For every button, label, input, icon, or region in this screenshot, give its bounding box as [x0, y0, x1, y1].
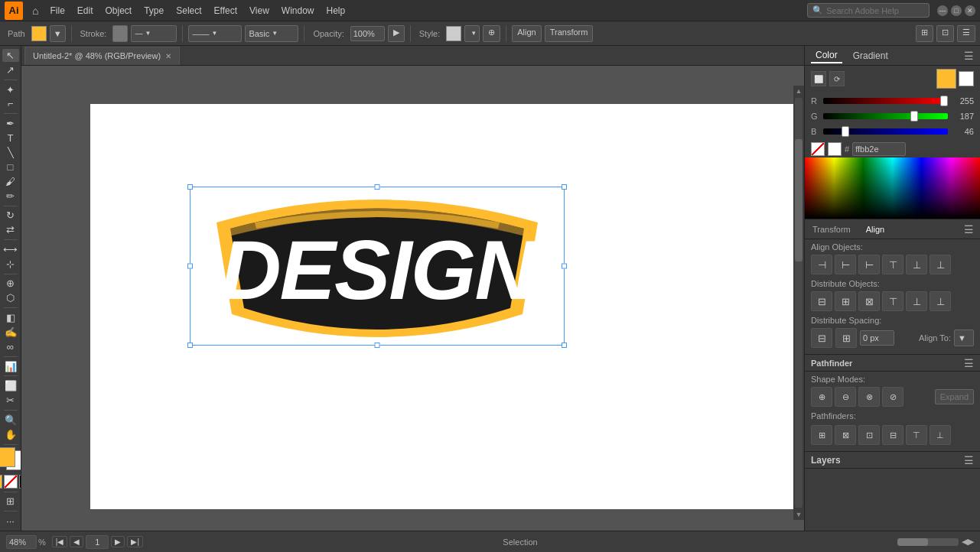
menu-window[interactable]: Window	[276, 3, 320, 18]
workspace-btn[interactable]: ⊡	[936, 25, 954, 42]
gradient-tool-btn[interactable]: ◧	[2, 311, 19, 324]
perspective-btn[interactable]: ⬡	[2, 291, 19, 304]
blend-tool-btn[interactable]: ∞	[2, 340, 19, 353]
scroll-up-arrow[interactable]: ▲	[794, 86, 804, 96]
color-spectrum[interactable]	[805, 157, 980, 219]
maximize-button[interactable]: □	[951, 5, 962, 16]
dist-center-h-btn[interactable]: ⊞	[835, 291, 856, 311]
close-tab-icon[interactable]: ✕	[165, 52, 171, 60]
dist-top-btn[interactable]: ⊤	[882, 291, 903, 311]
trim-btn[interactable]: ⊠	[835, 425, 856, 445]
menu-edit[interactable]: Edit	[72, 3, 99, 18]
menu-more-btn[interactable]: ☰	[957, 25, 975, 42]
type-tool-btn[interactable]: T	[2, 132, 19, 144]
dist-spacing-v-btn[interactable]: ⊞	[835, 328, 857, 348]
search-input[interactable]	[826, 6, 918, 15]
fill-dropdown[interactable]: ▼	[50, 25, 66, 42]
r-slider[interactable]	[823, 98, 948, 104]
home-icon[interactable]: ⌂	[28, 3, 43, 18]
g-slider[interactable]	[823, 113, 948, 119]
expand-button[interactable]: Expand	[935, 389, 974, 404]
transform-tab-btn[interactable]: Transform	[805, 222, 858, 237]
hex-input[interactable]	[852, 142, 906, 156]
divide-btn[interactable]: ⊞	[811, 425, 832, 445]
vertical-scrollbar[interactable]: ▲ ▼	[793, 86, 804, 520]
align-tab-btn[interactable]: Align	[858, 222, 892, 237]
page-input[interactable]	[86, 535, 109, 549]
menu-select[interactable]: Select	[171, 3, 207, 18]
color-bg-swatch[interactable]	[959, 71, 974, 86]
menu-file[interactable]: File	[44, 3, 70, 18]
scroll-thumb-v[interactable]	[795, 139, 803, 262]
selection-tool-btn[interactable]: ↖	[2, 49, 19, 62]
width-tool-btn[interactable]: ⟷	[2, 243, 19, 256]
align-top-btn[interactable]: ⊤	[882, 255, 903, 274]
spacing-input[interactable]	[860, 330, 894, 346]
menu-effect[interactable]: Effect	[209, 3, 243, 18]
free-transform-btn[interactable]: ⊹	[2, 258, 19, 271]
next-page-btn[interactable]: ▶	[111, 536, 125, 547]
color-mode-cmyk-btn[interactable]: ⟳	[829, 71, 845, 86]
exclude-btn[interactable]: ⊘	[882, 387, 903, 407]
b-thumb[interactable]	[842, 126, 849, 137]
align-left-btn[interactable]: ⊣	[811, 255, 832, 274]
symbol-sprayer-btn[interactable]: ⊞	[2, 495, 19, 508]
stroke-style-dropdown[interactable]: ——▼	[188, 25, 242, 42]
transform-btn[interactable]: Transform	[545, 25, 594, 42]
white-swatch[interactable]	[828, 142, 842, 156]
dist-bottom-btn[interactable]: ⊥	[930, 291, 951, 311]
crop-btn[interactable]: ⊟	[882, 425, 903, 445]
merge-btn[interactable]: ⊡	[858, 425, 880, 445]
stroke-color-dropdown[interactable]	[112, 25, 128, 42]
prev-page-btn[interactable]: ◀	[70, 536, 83, 547]
dist-spacing-h-btn[interactable]: ⊟	[811, 328, 832, 348]
stroke-width-dropdown[interactable]: —▼	[131, 25, 177, 42]
outline-btn[interactable]: ⊤	[906, 425, 927, 445]
style-dropdown[interactable]: ▼	[464, 25, 480, 42]
minimize-button[interactable]: —	[937, 5, 948, 16]
direct-selection-tool-btn[interactable]: ↗	[2, 63, 19, 76]
opacity-btn-2[interactable]: ⊕	[483, 25, 500, 42]
pathfinder-header[interactable]: Pathfinder ☰	[805, 355, 980, 372]
intersect-btn[interactable]: ⊗	[858, 387, 880, 407]
document-tab[interactable]: Untitled-2* @ 48% (RGB/Preview) ✕	[24, 47, 180, 65]
gradient-tab[interactable]: Gradient	[848, 49, 893, 63]
line-tool-btn[interactable]: ╲	[2, 146, 19, 159]
eyedropper-btn[interactable]: ✍	[2, 326, 19, 339]
color-tab[interactable]: Color	[811, 48, 842, 63]
dist-right-btn[interactable]: ⊠	[858, 291, 880, 311]
dist-left-btn[interactable]: ⊟	[811, 291, 832, 311]
zoom-tool-btn[interactable]: 🔍	[2, 414, 19, 427]
canvas-area[interactable]: DESIGN ▲	[21, 66, 804, 531]
opacity-input[interactable]	[350, 26, 385, 41]
fill-swatch[interactable]	[31, 26, 47, 41]
foreground-swatch[interactable]	[0, 447, 15, 467]
none-swatch[interactable]	[811, 142, 825, 156]
brush-dropdown[interactable]: Basic▼	[245, 25, 298, 42]
first-page-btn[interactable]: |◀	[52, 536, 68, 547]
menu-view[interactable]: View	[244, 3, 275, 18]
align-right-btn[interactable]: ⊢	[858, 255, 880, 274]
align-bottom-btn[interactable]: ⊥	[930, 255, 951, 274]
dist-center-v-btn[interactable]: ⊥	[906, 291, 927, 311]
magic-wand-tool-btn[interactable]: ✦	[2, 83, 19, 96]
b-slider[interactable]	[823, 128, 948, 135]
pencil-tool-btn[interactable]: ✏	[2, 190, 19, 203]
scroll-track-v[interactable]	[795, 98, 803, 508]
progress-arrows[interactable]: ◀▶	[962, 537, 974, 547]
align-center-h-btn[interactable]: ⊢	[835, 255, 856, 274]
g-thumb[interactable]	[910, 111, 918, 122]
unite-btn[interactable]: ⊕	[811, 387, 832, 407]
menu-type[interactable]: Type	[138, 3, 169, 18]
rectangle-tool-btn[interactable]: □	[2, 161, 19, 174]
more-tools-btn[interactable]: ···	[2, 515, 19, 528]
r-thumb[interactable]	[940, 96, 948, 106]
chart-tool-btn[interactable]: 📊	[2, 360, 19, 373]
scroll-down-arrow[interactable]: ▼	[794, 509, 804, 520]
align-btn[interactable]: Align	[512, 25, 541, 42]
last-page-btn[interactable]: ▶|	[127, 536, 143, 547]
close-button[interactable]: ✕	[965, 5, 975, 16]
opacity-more-btn[interactable]: ▶	[388, 25, 405, 42]
align-center-v-btn[interactable]: ⊥	[906, 255, 927, 274]
pathfinder-menu-icon[interactable]: ☰	[964, 357, 974, 369]
